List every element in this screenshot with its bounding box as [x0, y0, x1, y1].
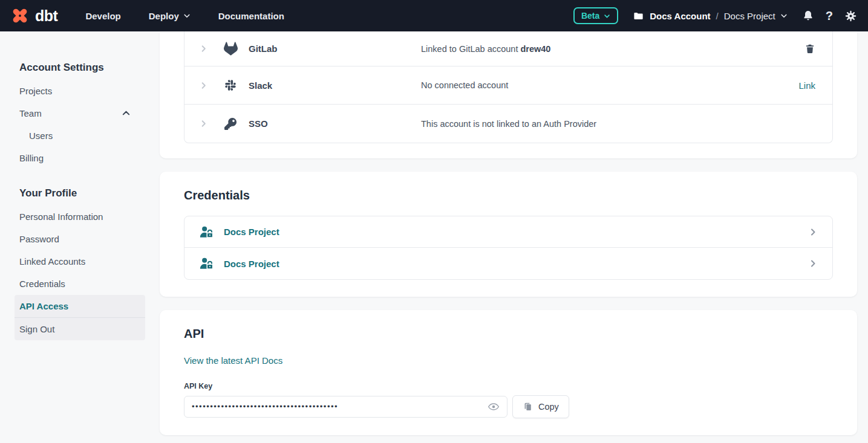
api-key-input[interactable]: •••••••••••••••••••••••••••••••••••••••• [184, 396, 507, 418]
expand-chevron-icon[interactable] [199, 44, 209, 53]
copy-button[interactable]: Copy [512, 395, 569, 418]
sidebar-item-team[interactable]: Team [15, 102, 145, 124]
chevron-down-icon [780, 12, 788, 19]
reveal-eye-icon[interactable] [488, 401, 500, 413]
chevron-right-icon [808, 227, 818, 237]
linked-account-name: Slack [249, 80, 421, 91]
sidebar-heading-account-settings: Account Settings [19, 62, 160, 74]
api-key-label: API Key [184, 382, 833, 390]
credentials-table: Docs Project Docs Project [184, 216, 833, 280]
api-key-masked-value: •••••••••••••••••••••••••••••••••••••••• [192, 396, 488, 418]
breadcrumb-separator: / [716, 11, 719, 21]
dbt-logo-text: dbt [35, 7, 57, 25]
dbt-logo[interactable]: dbt [10, 5, 57, 26]
breadcrumb: Docs Account / Docs Project [633, 10, 788, 22]
breadcrumb-project-dropdown[interactable]: Docs Project [724, 11, 788, 21]
sidebar-item-linked-accounts[interactable]: Linked Accounts [15, 250, 145, 273]
linked-account-row-slack: Slack No connected account Link [184, 66, 832, 105]
linked-account-status: Linked to GitLab account drew40 [421, 44, 804, 54]
settings-sidebar: Account Settings Projects Team Users Bil… [0, 31, 160, 443]
credential-project-name: Docs Project [224, 227, 808, 237]
sidebar-item-personal-information[interactable]: Personal Information [15, 205, 145, 228]
linked-account-row-sso: SSO This account is not linked to an Aut… [184, 105, 832, 143]
chevron-up-icon [122, 109, 131, 118]
dbt-logo-icon [10, 5, 30, 26]
sso-key-icon [223, 118, 238, 130]
top-nav: dbt Develop Deploy Documentation Beta Do… [0, 0, 868, 31]
sidebar-heading-your-profile: Your Profile [19, 187, 160, 199]
notifications-bell-icon[interactable] [802, 10, 814, 22]
nav-item-documentation[interactable]: Documentation [218, 11, 284, 21]
gitlab-icon [223, 42, 238, 56]
chevron-down-icon [604, 13, 610, 19]
linked-account-row-gitlab: GitLab Linked to GitLab account drew40 [184, 31, 832, 66]
user-lock-icon [199, 256, 214, 271]
gitlab-account-username: drew40 [520, 44, 550, 54]
api-docs-link[interactable]: View the latest API Docs [184, 355, 282, 366]
copy-button-label: Copy [538, 402, 559, 412]
nav-item-deploy[interactable]: Deploy [149, 11, 191, 21]
linked-account-status: No connected account [421, 80, 798, 90]
unlink-trash-button[interactable] [804, 43, 815, 54]
nav-item-develop[interactable]: Develop [85, 11, 120, 21]
sidebar-item-users[interactable]: Users [15, 124, 145, 147]
help-icon[interactable]: ? [826, 9, 833, 23]
credentials-heading: Credentials [184, 189, 833, 202]
credential-project-name: Docs Project [224, 259, 808, 269]
api-heading: API [184, 327, 833, 341]
sidebar-item-password[interactable]: Password [15, 228, 145, 250]
credential-row[interactable]: Docs Project [184, 248, 832, 279]
linked-accounts-table: GitLab Linked to GitLab account drew40 [184, 31, 833, 143]
sidebar-item-projects[interactable]: Projects [15, 80, 145, 102]
copy-icon [523, 401, 533, 412]
beta-label: Beta [581, 11, 599, 21]
nav-menu: Develop Deploy Documentation [85, 11, 284, 21]
chevron-down-icon [183, 12, 191, 19]
sidebar-item-credentials[interactable]: Credentials [15, 273, 145, 295]
credentials-card: Credentials Docs Project [160, 172, 857, 297]
linked-account-status: This account is not linked to an Auth Pr… [421, 119, 815, 129]
credential-row[interactable]: Docs Project [184, 216, 832, 248]
link-slack-button[interactable]: Link [798, 80, 815, 91]
breadcrumb-account[interactable]: Docs Account [650, 11, 710, 21]
folder-icon [633, 10, 644, 22]
main-content: GitLab Linked to GitLab account drew40 [160, 31, 857, 435]
linked-accounts-card: GitLab Linked to GitLab account drew40 [160, 31, 857, 158]
sidebar-item-billing[interactable]: Billing [15, 147, 145, 169]
expand-chevron-icon[interactable] [199, 119, 209, 128]
sidebar-item-sign-out[interactable]: Sign Out [15, 318, 145, 340]
trash-icon [804, 43, 815, 54]
expand-chevron-icon[interactable] [199, 81, 209, 90]
slack-icon [223, 79, 238, 91]
api-card: API View the latest API Docs API Key •••… [160, 310, 857, 435]
chevron-right-icon [808, 259, 818, 268]
sidebar-item-api-access[interactable]: API Access [15, 295, 145, 317]
user-lock-icon [199, 225, 214, 239]
gear-icon[interactable] [844, 10, 857, 22]
beta-dropdown[interactable]: Beta [573, 7, 618, 24]
linked-account-name: GitLab [249, 44, 421, 54]
linked-account-name: SSO [249, 118, 421, 129]
